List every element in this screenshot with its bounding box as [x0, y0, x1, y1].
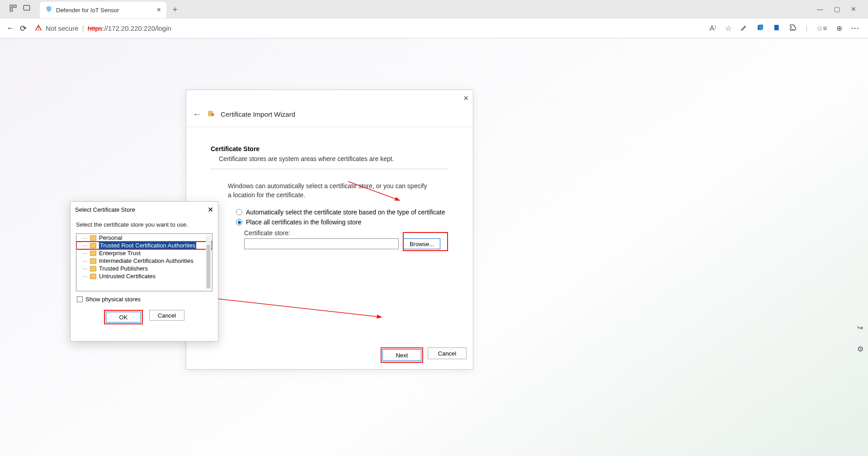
tree-item-label[interactable]: Trusted Root Certification Authorities — [99, 242, 196, 249]
extensions-icon[interactable] — [789, 24, 797, 33]
certificate-store-tree[interactable]: Personal Trusted Root Certification Auth… — [76, 233, 212, 291]
edit-icon[interactable] — [741, 24, 748, 33]
folder-icon — [90, 235, 96, 241]
favorites-bar-icon[interactable]: ☆≡ — [816, 24, 827, 33]
tree-item-label[interactable]: Trusted Publishers — [99, 265, 148, 272]
section-heading: Certificate Store — [211, 145, 448, 152]
sidebar-tool-icon[interactable]: ↪ — [857, 323, 863, 332]
folder-icon — [90, 266, 96, 271]
svg-point-9 — [212, 113, 214, 116]
tab-overview-icon[interactable] — [23, 4, 31, 14]
url-path: ://172.20.220.220/login — [102, 24, 171, 32]
svg-rect-7 — [759, 24, 763, 29]
workspaces-icon[interactable] — [9, 4, 17, 14]
tree-item-label[interactable]: Enterprise Trust — [99, 250, 141, 256]
checkbox-label: Show physical stores — [85, 296, 141, 303]
address-bar: ← ⟳ Not secure | https://172.20.220.220/… — [0, 18, 868, 38]
tab-title: Defender for IoT Sensor — [56, 7, 157, 14]
radio-label: Automatically select the certificate sto… — [246, 209, 445, 216]
close-icon[interactable]: × — [463, 94, 468, 103]
next-button[interactable]: Next — [382, 349, 421, 361]
url-protocol: https — [88, 24, 103, 32]
show-physical-stores-checkbox[interactable]: Show physical stores — [71, 291, 218, 307]
folder-icon — [90, 258, 96, 264]
browse-button[interactable]: Browse... — [403, 238, 440, 249]
scrollbar[interactable] — [206, 236, 211, 289]
shield-icon — [45, 5, 52, 14]
body-text: Windows can automatically select a certi… — [228, 182, 431, 200]
page-viewport: × ← Certificate Import Wizard Certificat… — [0, 38, 868, 456]
url-display[interactable]: Not secure | https://172.20.220.220/logi… — [32, 24, 704, 33]
minimize-icon[interactable]: — — [817, 5, 823, 13]
radio-auto-select[interactable]: Automatically select the certificate sto… — [236, 209, 448, 216]
folder-icon — [90, 251, 96, 256]
folder-icon — [90, 274, 96, 279]
radio-label: Place all certificates in the following … — [246, 218, 361, 226]
section-subtext: Certificate stores are system areas wher… — [211, 155, 448, 162]
warning-icon — [35, 24, 42, 33]
reading-list-icon[interactable] — [773, 24, 780, 33]
certificate-import-wizard: × ← Certificate Import Wizard Certificat… — [186, 90, 473, 370]
radio-icon[interactable] — [236, 219, 242, 225]
checkbox-icon[interactable] — [77, 296, 83, 302]
back-arrow-icon[interactable]: ← — [193, 109, 202, 119]
settings-gear-icon[interactable]: ⚙ — [857, 345, 863, 353]
dialog-title: Select Certificate Store — [75, 206, 135, 213]
browser-chrome: Defender for IoT Sensor × ＋ — ▢ ✕ ← ⟳ No… — [0, 0, 868, 38]
collections-icon[interactable] — [757, 24, 764, 33]
cancel-button[interactable]: Cancel — [428, 347, 467, 359]
dialog-instruction: Select the certificate store you want to… — [71, 218, 218, 233]
app-launcher-icon[interactable]: ⊕ — [836, 24, 842, 33]
certificate-store-label: Certificate store: — [244, 229, 448, 237]
tree-item-label[interactable]: Personal — [99, 234, 122, 241]
tree-item-label[interactable]: Intermediate Certification Authorities — [99, 257, 193, 264]
folder-icon — [90, 243, 96, 248]
svg-rect-2 — [10, 9, 12, 11]
not-secure-label: Not secure — [46, 24, 79, 32]
svg-rect-4 — [38, 27, 38, 28]
certificate-store-input[interactable] — [244, 238, 399, 249]
svg-rect-5 — [38, 28, 38, 29]
tree-item-label[interactable]: Untrusted Certificates — [99, 273, 156, 280]
refresh-icon[interactable]: ⟳ — [20, 24, 27, 33]
wizard-title: Certificate Import Wizard — [221, 110, 295, 118]
radio-icon[interactable] — [236, 209, 242, 215]
cancel-button[interactable]: Cancel — [149, 310, 184, 321]
back-icon[interactable]: ← — [6, 24, 14, 33]
favorite-icon[interactable]: ☆ — [725, 24, 731, 33]
read-aloud-icon[interactable]: A⁾ — [709, 24, 716, 33]
close-icon[interactable]: × — [157, 6, 161, 14]
radio-place-all[interactable]: Place all certificates in the following … — [236, 218, 448, 226]
svg-rect-3 — [24, 5, 30, 10]
certificate-icon — [207, 109, 215, 119]
svg-rect-0 — [10, 5, 12, 7]
ok-button[interactable]: OK — [106, 312, 141, 323]
window-close-icon[interactable]: ✕ — [851, 5, 856, 13]
browser-tab[interactable]: Defender for IoT Sensor × — [40, 2, 166, 18]
more-icon[interactable]: ··· — [851, 24, 860, 33]
new-tab-button[interactable]: ＋ — [171, 4, 179, 14]
maximize-icon[interactable]: ▢ — [834, 5, 840, 13]
svg-rect-1 — [14, 5, 16, 7]
select-certificate-store-dialog: Select Certificate Store ✕ Select the ce… — [70, 201, 218, 342]
close-icon[interactable]: ✕ — [208, 205, 213, 214]
